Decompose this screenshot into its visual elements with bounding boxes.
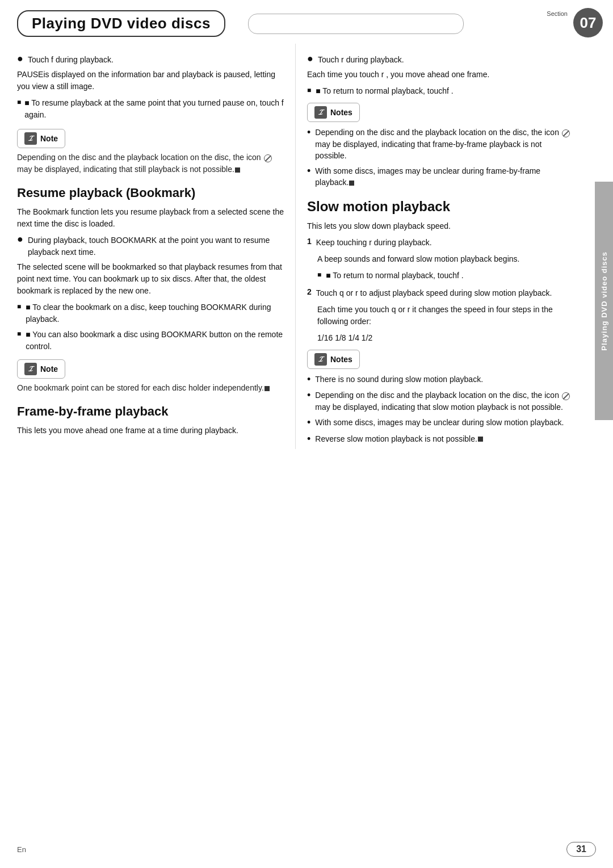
step-return-container: ■ ■ To return to normal playback, touchf… [307, 85, 573, 97]
square-bullet-return: ■ [307, 86, 311, 94]
pause-section: ● Touch f during playback. PAUSEis displ… [17, 54, 284, 121]
notes-frame-list: • Depending on the disc and the playback… [307, 127, 573, 188]
slow-step2-text: Touch q or r to adjust playback speed du… [316, 287, 552, 299]
notes-slow-bullet1: • [307, 374, 310, 386]
breadcrumb-bar [248, 14, 464, 34]
notes-frame-text1: Depending on the disc and the playback l… [315, 127, 573, 161]
slow-return-container: ■ ■ To return to normal playback, touchf… [317, 270, 573, 282]
footer-page: 31 [566, 842, 596, 857]
note-resume-container: 𝓘 Note One bookmark point can be stored … [17, 359, 284, 394]
notes-frame-container: 𝓘 Notes • Depending on the disc and the … [307, 103, 573, 188]
notes-slow-list: • There is no sound during slow motion p… [307, 374, 573, 445]
resume-bullet2-text: ■ To clear the bookmark on a disc, keep … [26, 301, 284, 325]
notes-frame-box: 𝓘 Notes [307, 103, 360, 122]
slow-step1-container: 1 Keep touching r during playback. [307, 237, 573, 249]
stop-icon-4 [478, 437, 483, 442]
bullet-dot-resume: ● [17, 233, 23, 245]
bullet-dot-pause: ● [17, 53, 23, 65]
notes-slow-bullet4: • [307, 433, 310, 446]
slow-step1-num: 1 [307, 237, 312, 246]
resume-body2: The selected scene will be bookmarked so… [17, 261, 284, 297]
right-column: ● Touch r during playback. Each time you… [295, 44, 573, 449]
section-label: Section [547, 10, 568, 17]
note-pause-label: Note [40, 134, 58, 143]
resume-bullet1-container: ● During playback, touch BOOKMARK at the… [17, 234, 284, 258]
step-bullet-container: ● Touch r during playback. [307, 54, 573, 65]
stop-icon-1 [235, 167, 240, 173]
pause-body1: PAUSEis displayed on the information bar… [17, 69, 284, 93]
resume-heading: Resume playback (Bookmark) [17, 186, 284, 200]
notes-slow-item3: • With some discs, images may be unclear… [307, 417, 573, 429]
slow-step2-container: 2 Touch q or r to adjust playback speed … [307, 287, 573, 299]
square-bullet-resume2: ■ [17, 303, 21, 311]
resume-bullet3-text: ■ You can also bookmark a disc using BOO… [26, 329, 284, 353]
notes-slow-box: 𝓘 Notes [307, 350, 360, 369]
section-number: 07 [573, 8, 603, 37]
footer-lang: En [17, 845, 26, 854]
notes-frame-item2: • With some discs, images may be unclear… [307, 165, 573, 188]
notes-slow-item2: • Depending on the disc and the playback… [307, 389, 573, 413]
slow-return-text: ■ To return to normal playback, touchf . [326, 270, 463, 282]
notes-slow-label: Notes [330, 355, 352, 364]
square-bullet-resume3: ■ [17, 330, 21, 338]
note-resume-box: 𝓘 Note [17, 359, 65, 379]
note-pause-icon: 𝓘 [24, 132, 37, 145]
notes-slow-text4: Reverse slow motion playback is not poss… [315, 433, 484, 445]
no-icon-1 [264, 154, 272, 162]
notes-bullet-2: • [307, 165, 310, 178]
footer: En 31 [0, 842, 613, 857]
notes-slow-item4: • Reverse slow motion playback is not po… [307, 433, 573, 446]
slow-step2-num: 2 [307, 287, 312, 296]
bullet-dot-right: ● [307, 53, 313, 65]
pause-bullet-text: Touch f during playback. [28, 54, 114, 65]
notes-slow-icon: 𝓘 [314, 353, 327, 366]
slow-step2b-text: Each time you touch q or r it changes th… [317, 304, 573, 328]
notes-slow-text1: There is no sound during slow motion pla… [315, 374, 483, 385]
notes-slow-container: 𝓘 Notes • There is no sound during slow … [307, 350, 573, 445]
resume-body1: The Bookmark function lets you resume pl… [17, 206, 284, 230]
frame-heading: Frame-by-frame playback [17, 404, 284, 419]
square-bullet-pause: ■ [17, 98, 21, 106]
notes-slow-bullet2: • [307, 389, 310, 402]
step-body: Each time you touch r , you move ahead o… [307, 69, 573, 81]
resume-bullet2-container: ■ ■ To clear the bookmark on a disc, kee… [17, 301, 284, 325]
no-icon-3 [562, 392, 570, 400]
notes-frame-text2: With some discs, images may be unclear d… [315, 165, 573, 188]
square-bullet-slow-return: ■ [317, 271, 321, 279]
stop-icon-3 [349, 181, 354, 186]
slow-step1b-text: A beep sounds and forward slow motion pl… [317, 253, 573, 265]
notes-frame-item1: • Depending on the disc and the playback… [307, 127, 573, 161]
side-label: Playing DVD video discs [595, 182, 613, 420]
notes-slow-item1: • There is no sound during slow motion p… [307, 374, 573, 386]
no-icon-2 [562, 129, 570, 137]
resume-bullet1-text: During playback, touch BOOKMARK at the p… [28, 234, 284, 258]
left-column: ● Touch f during playback. PAUSEis displ… [17, 44, 295, 449]
note-resume-label: Note [40, 364, 58, 374]
frame-body: This lets you move ahead one frame at a … [17, 425, 284, 437]
note-pause-container: 𝓘 Note Depending on the disc and the pla… [17, 129, 284, 175]
note-pause-box: 𝓘 Note [17, 129, 65, 148]
pause-body2: ■ To resume playback at the same point t… [24, 97, 284, 121]
slow-step1-text: Keep touching r during playback. [316, 237, 432, 249]
step-return-text: ■ To return to normal playback, touchf . [316, 85, 453, 97]
notes-frame-icon: 𝓘 [314, 106, 327, 119]
note-resume-icon: 𝓘 [24, 363, 37, 375]
notes-slow-text3: With some discs, images may be unclear d… [315, 417, 564, 428]
step-bullet-text: Touch r during playback. [318, 54, 404, 65]
slow-heading: Slow motion playback [307, 199, 573, 215]
notes-frame-label: Notes [330, 108, 352, 117]
slow-speeds-text: 1/16 1/8 1/4 1/2 [317, 332, 573, 344]
slow-body: This lets you slow down playback speed. [307, 220, 573, 232]
notes-slow-bullet3: • [307, 417, 310, 429]
page-title: Playing DVD video discs [17, 10, 225, 37]
note-pause-text: Depending on the disc and the playback l… [17, 152, 284, 175]
stop-icon-2 [264, 386, 270, 391]
notes-bullet-1: • [307, 127, 310, 139]
resume-bullet3-container: ■ ■ You can also bookmark a disc using B… [17, 329, 284, 353]
note-resume-text: One bookmark point can be stored for eac… [17, 382, 284, 394]
notes-slow-text2: Depending on the disc and the playback l… [315, 389, 573, 413]
